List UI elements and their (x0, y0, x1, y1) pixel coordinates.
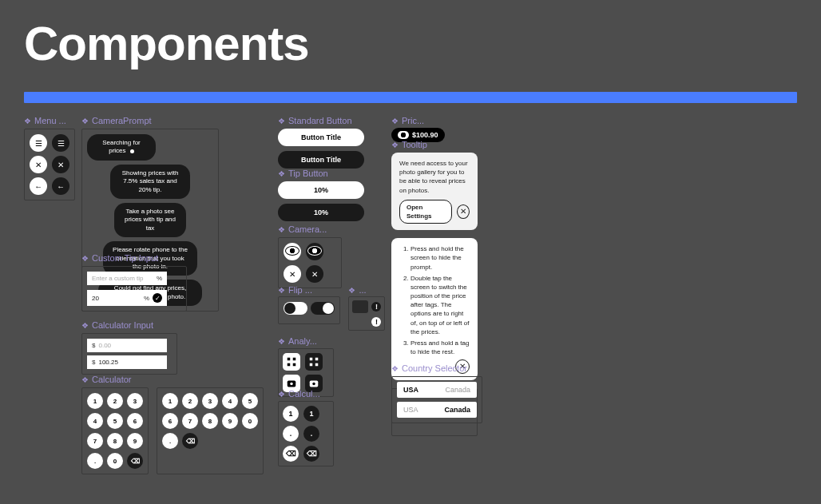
section-label-tooltip: Tooltip (391, 140, 486, 149)
section-label-calc-input: Calculator Input (81, 320, 177, 330)
input-value: 20 (92, 295, 141, 302)
input-value: 100.25 (98, 359, 162, 366)
svg-point-9 (290, 383, 293, 386)
calc-key-4[interactable]: 4 (222, 393, 238, 409)
calc-key-dot[interactable]: . (162, 433, 178, 449)
tooltip-tip-3: Press and hold a tag to hide the rest. (410, 339, 470, 356)
country-panel: USA Canada USA Canada (391, 376, 482, 423)
calc-key-1[interactable]: 1 (162, 393, 178, 409)
tooltip-tip-1: Press and hold the screen to hide the pr… (410, 244, 470, 272)
calc-input-empty[interactable]: $ 0.00 (87, 339, 167, 352)
calc-key-backspace[interactable]: ⌫ (283, 446, 299, 462)
camera-icon (352, 300, 368, 313)
calc-key-2[interactable]: 2 (107, 393, 123, 409)
calc-key-5[interactable]: 5 (242, 393, 258, 409)
country-canada: Canada (444, 406, 470, 414)
standard-button-dark[interactable]: Button Title (278, 151, 364, 169)
page-title: Components (0, 0, 821, 79)
standard-button-light[interactable]: Button Title (278, 129, 364, 146)
calc-key-dot[interactable]: . (303, 426, 319, 442)
country-canada: Canada (445, 386, 470, 394)
calc-key-8[interactable]: 8 (107, 433, 123, 449)
calc-key-8[interactable]: 8 (202, 413, 218, 429)
svg-rect-2 (288, 363, 291, 367)
close-icon[interactable]: ✕ (457, 204, 470, 219)
calculator-5col: 1 2 3 4 5 6 7 8 9 0 . ⌫ (157, 387, 264, 474)
custom-tip-input-filled[interactable]: 20 % ✓ (87, 290, 167, 306)
calc-key-6[interactable]: 6 (162, 413, 178, 429)
open-settings-button[interactable]: Open Settings (399, 200, 452, 224)
tip-button-light[interactable]: 10% (278, 181, 364, 199)
section-label-price: Pric... (391, 116, 445, 125)
calc-key-7[interactable]: 7 (182, 413, 198, 429)
back-icon[interactable]: ← (52, 177, 69, 195)
svg-rect-6 (310, 363, 313, 367)
calc-key-9[interactable]: 9 (127, 433, 143, 449)
svg-rect-3 (293, 363, 296, 367)
calc-key-1[interactable]: 1 (283, 406, 299, 422)
prompt-showing: Showing prices with 7.5% sales tax and 2… (110, 165, 190, 199)
grid-icon[interactable] (305, 353, 323, 371)
section-label-misc: ... (348, 285, 371, 295)
section-label-custom-tip: Custom Tip Input (81, 253, 187, 263)
country-row-usa-selected[interactable]: USA Canada (397, 382, 477, 398)
custom-tip-panel: Enter a custom tip % 20 % ✓ (81, 266, 187, 312)
percent-label: % (157, 275, 162, 282)
svg-rect-4 (310, 358, 313, 361)
calc-key-4[interactable]: 4 (87, 413, 103, 429)
loading-dot-icon (130, 149, 134, 153)
toggle-off[interactable] (311, 302, 335, 315)
calc-key-1[interactable]: 1 (87, 393, 103, 409)
prompt-text: Searching for prices (102, 139, 141, 154)
alert-icon: ! (371, 302, 381, 312)
country-usa: USA (403, 406, 418, 414)
calc-key-0[interactable]: 0 (107, 453, 123, 469)
calc-key-6[interactable]: 6 (127, 413, 143, 429)
close-icon[interactable]: ✕ (52, 156, 69, 173)
hamburger-icon[interactable]: ☰ (30, 134, 47, 152)
confirm-icon[interactable]: ✓ (153, 293, 162, 303)
section-label-calculator: Calculator (81, 375, 264, 384)
calc-key-backspace[interactable]: ⌫ (127, 453, 143, 469)
grid-icon[interactable] (283, 353, 300, 371)
calc-mini-panel: 1 1 . . ⌫ ⌫ (278, 401, 334, 466)
eye-icon[interactable] (284, 243, 301, 260)
country-row-canada-selected[interactable]: USA Canada (397, 402, 477, 418)
misc-panel: ! ! (348, 296, 385, 331)
svg-rect-7 (315, 363, 319, 367)
custom-tip-input-empty[interactable]: Enter a custom tip % (87, 272, 167, 285)
input-placeholder: Enter a custom tip (92, 275, 153, 282)
close-icon[interactable]: ✕ (306, 265, 323, 283)
calc-key-backspace[interactable]: ⌫ (182, 433, 198, 449)
close-icon[interactable]: ✕ (284, 265, 301, 283)
alert-icon: ! (371, 317, 381, 327)
calc-key-5[interactable]: 5 (107, 413, 123, 429)
eye-icon[interactable] (306, 243, 323, 260)
calc-key-dot[interactable]: . (283, 426, 299, 442)
calc-key-backspace[interactable]: ⌫ (303, 446, 319, 462)
calc-key-3[interactable]: 3 (202, 393, 218, 409)
currency-label: $ (92, 342, 95, 349)
toggle-on[interactable] (284, 302, 307, 315)
calc-key-3[interactable]: 3 (127, 393, 143, 409)
calc-key-1[interactable]: 1 (303, 406, 319, 422)
calc-input-filled[interactable]: $ 100.25 (87, 355, 167, 369)
calc-key-7[interactable]: 7 (87, 433, 103, 449)
section-label-analytics: Analy... (278, 336, 334, 346)
section-label-flip: Flip ... (278, 285, 340, 295)
back-icon[interactable]: ← (30, 177, 47, 195)
calc-input-panel: $ 0.00 $ 100.25 (81, 333, 177, 375)
calc-key-0[interactable]: 0 (242, 413, 258, 429)
close-icon[interactable]: ✕ (30, 156, 47, 173)
hamburger-icon[interactable]: ☰ (52, 134, 69, 152)
tooltip-body: We need access to your photo gallery for… (399, 159, 470, 195)
calc-key-9[interactable]: 9 (222, 413, 238, 429)
tip-button-dark[interactable]: 10% (278, 204, 364, 221)
divider-bar (24, 92, 797, 103)
flip-panel (278, 296, 340, 324)
svg-rect-1 (293, 358, 296, 361)
calc-key-2[interactable]: 2 (182, 393, 198, 409)
section-label-cameraprompt: CameraPrompt (81, 116, 219, 125)
section-label-menu: Menu ... (24, 116, 75, 125)
calc-key-dot[interactable]: . (87, 453, 103, 469)
